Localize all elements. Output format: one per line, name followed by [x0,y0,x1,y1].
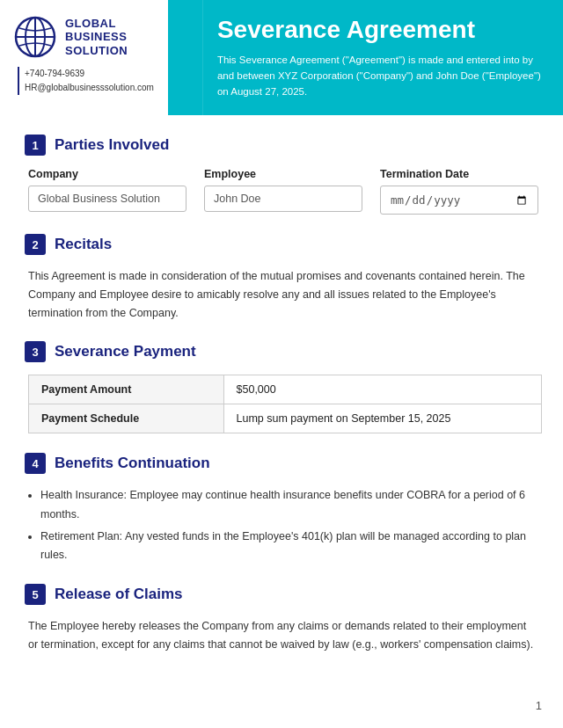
payment-schedule-label: Payment Schedule [29,404,224,433]
section-2-number: 2 [25,234,46,255]
section-5-title: Release of Claims [55,586,183,603]
contact-info: +740-794-9639 HR@globalbusinesssolution.… [18,67,154,95]
header-right: Severance Agreement This Severance Agree… [203,0,563,115]
document-content: 1 Parties Involved Company Employee Term… [0,135,563,674]
section-1-header: 1 Parties Involved [25,135,538,156]
payment-schedule-value: Lump sum payment on September 15, 2025 [223,404,541,433]
header-divider [168,0,203,115]
phone-number: +740-794-9639 [25,67,154,81]
section-2-header: 2 Recitals [25,234,538,255]
recitals-text: This Agreement is made in consideration … [28,267,538,322]
payment-table: Payment Amount $50,000 Payment Schedule … [28,375,542,433]
section-4-number: 4 [25,453,46,474]
employee-col: Employee [204,168,362,215]
section-1-title: Parties Involved [55,136,169,154]
header-left: GLOBAL BUSINESS SOLUTION +740-794-9639 H… [0,0,168,115]
section-5-header: 5 Release of Claims [25,584,538,605]
document-title: Severance Agreement [217,16,542,44]
table-row: Payment Schedule Lump sum payment on Sep… [29,404,542,433]
section-parties: 1 Parties Involved Company Employee Term… [25,135,538,215]
section-benefits: 4 Benefits Continuation Health Insurance… [25,453,538,564]
company-name: GLOBAL BUSINESS SOLUTION [65,17,128,58]
termination-date-label: Termination Date [380,168,538,180]
list-item: Health Insurance: Employee may continue … [40,486,538,524]
globe-icon [14,16,56,58]
section-severance-payment: 3 Severance Payment Payment Amount $50,0… [25,341,538,433]
employee-label: Employee [204,168,362,180]
section-5-number: 5 [25,584,46,605]
release-claims-text: The Employee hereby releases the Company… [28,617,538,653]
section-3-number: 3 [25,341,46,362]
document-header: GLOBAL BUSINESS SOLUTION +740-794-9639 H… [0,0,563,115]
document-intro: This Severance Agreement ("Agreement") i… [217,53,542,99]
list-item: Retirement Plan: Any vested funds in the… [40,528,538,565]
section-2-title: Recitals [55,236,112,253]
section-3-title: Severance Payment [55,343,196,360]
company-label: Company [28,168,186,180]
company-input[interactable] [28,186,186,212]
section-3-header: 3 Severance Payment [25,341,538,362]
parties-columns: Company Employee Termination Date [28,168,538,215]
payment-amount-value: $50,000 [223,375,541,404]
section-1-number: 1 [25,135,46,156]
section-4-title: Benefits Continuation [55,455,210,472]
employee-input[interactable] [204,186,362,212]
page-number: 1 [536,699,542,712]
payment-amount-label: Payment Amount [29,375,224,404]
section-4-header: 4 Benefits Continuation [25,453,538,474]
section-recitals: 2 Recitals This Agreement is made in con… [25,234,538,322]
logo-row: GLOBAL BUSINESS SOLUTION [14,16,154,58]
termination-date-col: Termination Date [380,168,538,215]
termination-date-input[interactable] [380,186,538,215]
company-col: Company [28,168,186,215]
table-row: Payment Amount $50,000 [29,375,542,404]
benefits-list: Health Insurance: Employee may continue … [40,486,538,564]
email-address: HR@globalbusinesssolution.com [25,81,154,95]
section-release-claims: 5 Release of Claims The Employee hereby … [25,584,538,653]
